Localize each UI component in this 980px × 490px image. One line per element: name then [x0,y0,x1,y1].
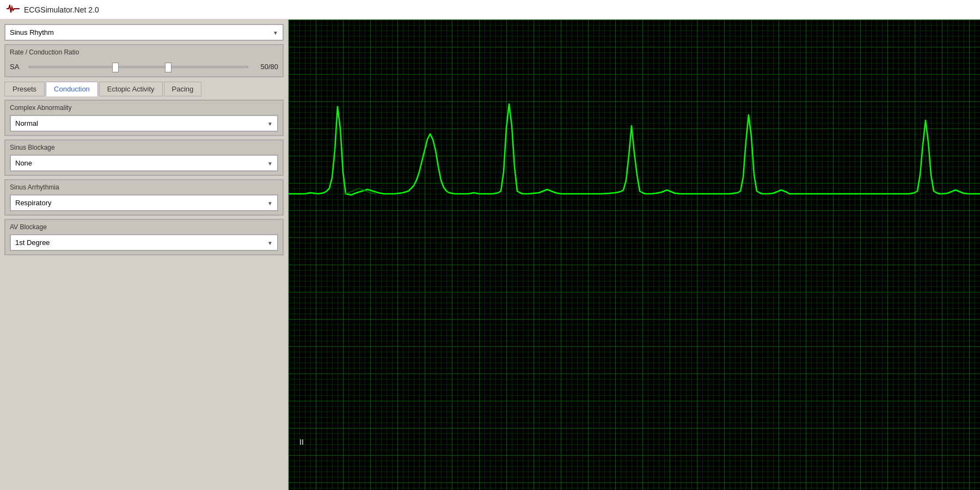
tab-presets[interactable]: Presets [4,82,45,96]
complex-abnormality-select[interactable]: Normal LBBB RBBB WPW [11,116,277,131]
settings-area: Complex Abnormality Normal LBBB RBBB WPW… [4,100,284,486]
rhythm-dropdown-wrapper[interactable]: Sinus Rhythm Atrial Fibrillation Ventric… [4,24,284,41]
tabs-row: Presets Conduction Ectopic Activity Paci… [4,82,284,96]
sinus-arrhythmia-label: Sinus Arrhythmia [10,183,278,191]
complex-abnormality-label: Complex Abnormality [10,104,278,112]
ecg-logo-icon [7,3,20,16]
sa-slider-thumb-high[interactable] [165,63,171,72]
sinus-arrhythmia-select[interactable]: None Respiratory Non-Respiratory [11,195,277,210]
tab-ectopic[interactable]: Ectopic Activity [99,82,163,96]
ecg-lead-label: II [299,438,304,446]
sinus-blockage-dropdown-wrapper[interactable]: None Sino-atrial Block Sinus Arrest [10,155,278,171]
rhythm-select[interactable]: Sinus Rhythm Atrial Fibrillation Ventric… [5,25,283,40]
ecg-display: II [289,20,980,490]
sa-slider-thumb-low[interactable] [112,63,119,72]
complex-abnormality-group: Complex Abnormality Normal LBBB RBBB WPW [4,100,284,136]
title-bar: ECGSimulator.Net 2.0 [0,0,980,20]
sa-row: SA 50/80 [10,60,278,73]
av-blockage-select[interactable]: None 1st Degree 2nd Degree Mobitz I 2nd … [11,235,277,250]
left-panel: Sinus Rhythm Atrial Fibrillation Ventric… [0,20,289,490]
av-blockage-dropdown-wrapper[interactable]: None 1st Degree 2nd Degree Mobitz I 2nd … [10,234,278,251]
av-blockage-label: AV Blockage [10,223,278,231]
av-blockage-group: AV Blockage None 1st Degree 2nd Degree M… [4,219,284,255]
sa-label: SA [10,63,23,71]
rate-conduction-label: Rate / Conduction Ratio [10,48,278,56]
tab-pacing[interactable]: Pacing [164,82,202,96]
sa-slider-track[interactable] [29,66,248,68]
sa-rate-value: 50/80 [254,63,278,71]
app-title: ECGSimulator.Net 2.0 [24,5,99,14]
sinus-blockage-select[interactable]: None Sino-atrial Block Sinus Arrest [11,156,277,170]
main-layout: Sinus Rhythm Atrial Fibrillation Ventric… [0,20,980,490]
rate-conduction-section: Rate / Conduction Ratio SA 50/80 [4,44,284,77]
sinus-arrhythmia-dropdown-wrapper[interactable]: None Respiratory Non-Respiratory [10,194,278,211]
ecg-waveform [289,20,980,346]
tab-conduction[interactable]: Conduction [46,82,98,96]
complex-abnormality-dropdown-wrapper[interactable]: Normal LBBB RBBB WPW [10,115,278,132]
sinus-blockage-group: Sinus Blockage None Sino-atrial Block Si… [4,139,284,176]
sinus-blockage-label: Sinus Blockage [10,144,278,151]
sinus-arrhythmia-group: Sinus Arrhythmia None Respiratory Non-Re… [4,179,284,216]
